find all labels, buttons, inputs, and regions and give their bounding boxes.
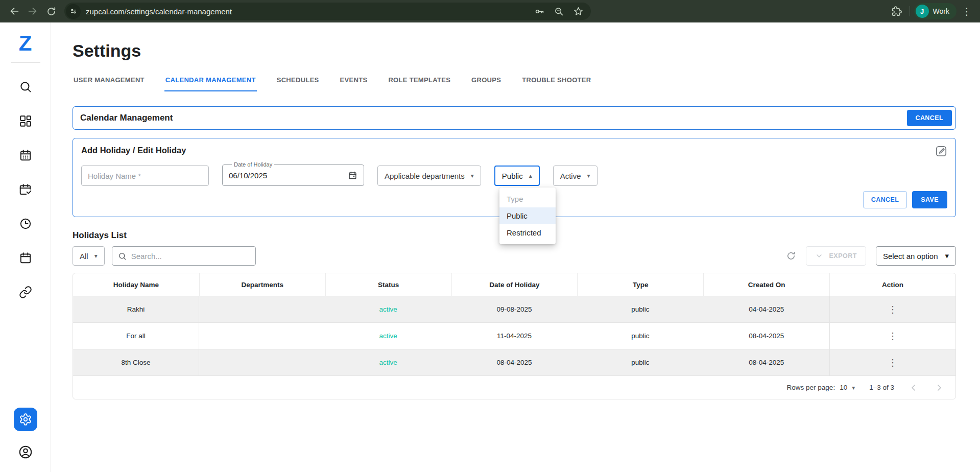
browser-toolbar: zupcal.com/settings/calendar-management …	[0, 0, 980, 22]
rows-per-page-value[interactable]: 10	[840, 384, 847, 391]
holiday-name-cell: Rakhi	[73, 296, 199, 322]
clock-icon[interactable]	[14, 213, 37, 235]
tab-calendar-management[interactable]: CALENDAR MANAGEMENT	[164, 76, 257, 91]
chevron-down-icon	[815, 252, 823, 260]
status-cell: active	[325, 296, 451, 322]
row-actions-kebab-icon[interactable]: ⋮	[884, 329, 901, 343]
status-select-value: Active	[560, 172, 581, 180]
url-bar[interactable]: zupcal.com/settings/calendar-management	[64, 3, 591, 20]
type-option-restricted[interactable]: Restricted	[499, 224, 556, 241]
list-controls: EXPORT Select an option ▾	[786, 246, 956, 266]
table-row: Rakhiactive09-08-2025public04-04-2025⋮	[73, 296, 955, 322]
refresh-icon[interactable]	[786, 251, 796, 261]
created-cell: 08-04-2025	[703, 349, 829, 375]
link-icon[interactable]	[14, 281, 37, 303]
date-of-holiday-field[interactable]: Date of Holiday 06/10/2025	[222, 161, 364, 186]
browser-profile-button[interactable]: J Work	[914, 3, 957, 19]
back-arrow-icon[interactable]	[5, 2, 23, 20]
caret-down-icon[interactable]: ▾	[852, 384, 855, 391]
row-actions-kebab-icon[interactable]: ⋮	[884, 356, 901, 369]
browser-menu-kebab-icon[interactable]: ⋮	[959, 6, 975, 17]
table-header-row: Holiday NameDepartmentsStatusDate of Hol…	[73, 273, 955, 296]
departments-cell	[199, 323, 325, 349]
calendar-alt-icon[interactable]	[14, 247, 37, 269]
forward-arrow-icon[interactable]	[23, 2, 42, 20]
account-circle-icon[interactable]	[18, 444, 33, 460]
holiday-name-cell: 8th Close	[73, 349, 199, 375]
export-label: EXPORT	[829, 252, 856, 259]
status-cell: active	[325, 323, 451, 349]
search-icon[interactable]	[14, 76, 37, 98]
caret-down-icon: ▾	[945, 251, 949, 261]
toolbar-separator	[910, 6, 910, 16]
rows-per-page: Rows per page: 10 ▾	[787, 384, 855, 391]
date-cell: 09-08-2025	[451, 296, 578, 322]
type-dropdown-menu: TypePublicRestricted	[499, 187, 556, 244]
calendar-picker-icon[interactable]	[348, 171, 357, 180]
calendar-check-icon[interactable]	[14, 178, 37, 201]
tab-schedules[interactable]: SCHEDULES	[276, 76, 320, 91]
zoom-out-icon[interactable]	[554, 6, 564, 17]
type-option-placeholder[interactable]: Type	[499, 191, 556, 207]
url-text[interactable]: zupcal.com/settings/calendar-management	[86, 7, 529, 16]
form-cancel-button[interactable]: CANCEL	[863, 191, 907, 208]
extensions-puzzle-icon[interactable]	[888, 3, 905, 20]
sidebar: Z	[0, 22, 51, 472]
pagination-range: 1–3 of 3	[869, 384, 894, 391]
tab-user-management[interactable]: USER MANAGEMENT	[73, 76, 146, 91]
caret-down-icon: ▾	[587, 173, 590, 179]
date-value[interactable]: 06/10/2025	[229, 171, 348, 180]
search-box[interactable]	[112, 246, 256, 266]
column-header: Date of Holiday	[451, 273, 578, 296]
form-save-button[interactable]: SAVE	[912, 191, 947, 208]
app-logo[interactable]: Z	[19, 33, 32, 54]
reload-icon[interactable]	[42, 2, 60, 20]
password-key-icon[interactable]	[534, 6, 545, 17]
row-actions-kebab-icon[interactable]: ⋮	[884, 303, 901, 316]
chevron-left-icon[interactable]	[909, 383, 919, 393]
chevron-right-icon[interactable]	[934, 383, 944, 393]
holidays-table: Holiday NameDepartmentsStatusDate of Hol…	[73, 273, 956, 399]
tab-trouble-shooter[interactable]: TROUBLE SHOOTER	[521, 76, 592, 91]
panel-cancel-button[interactable]: CANCEL	[907, 110, 952, 126]
column-header: Status	[325, 273, 451, 296]
page-title: Settings	[73, 41, 956, 61]
table-pagination: Rows per page: 10 ▾ 1–3 of 3	[73, 375, 955, 399]
tab-role-templates[interactable]: ROLE TEMPLATES	[387, 76, 451, 91]
select-an-option-label: Select an option	[883, 252, 938, 261]
edit-pencil-icon[interactable]	[935, 145, 948, 158]
export-button[interactable]: EXPORT	[806, 246, 866, 266]
bookmark-star-icon[interactable]	[573, 6, 584, 17]
tab-groups[interactable]: GROUPS	[470, 76, 502, 91]
type-option-public[interactable]: Public	[499, 207, 556, 224]
panel-title: Calendar Management	[80, 113, 907, 123]
calendar-icon[interactable]	[14, 144, 37, 167]
select-an-option-dropdown[interactable]: Select an option ▾	[876, 246, 956, 266]
type-cell: public	[577, 296, 703, 322]
applicable-departments-label: Applicable departments	[385, 172, 465, 180]
status-select[interactable]: Active ▾	[553, 166, 597, 186]
created-cell: 08-04-2025	[703, 323, 829, 349]
settings-gear-icon[interactable]	[14, 408, 37, 431]
date-cell: 08-04-2025	[451, 349, 578, 375]
search-input[interactable]	[131, 252, 250, 261]
main-content: Settings USER MANAGEMENTCALENDAR MANAGEM…	[51, 22, 980, 472]
caret-down-icon: ▾	[94, 253, 98, 259]
holiday-name-input[interactable]	[81, 166, 209, 186]
profile-name: Work	[933, 7, 949, 15]
form-title: Add Holiday / Edit Holiday	[81, 146, 947, 155]
tab-events[interactable]: EVENTS	[339, 76, 369, 91]
pager	[909, 383, 944, 393]
dashboard-icon[interactable]	[14, 110, 37, 132]
site-info-tune-icon[interactable]	[66, 4, 81, 19]
type-select[interactable]: Public ▴	[494, 166, 540, 186]
applicable-departments-select[interactable]: Applicable departments ▾	[377, 166, 481, 186]
date-of-holiday-label: Date of Holiday	[232, 161, 274, 168]
avatar: J	[916, 5, 929, 18]
list-filter-row: All ▾ EXPORT Select an option	[73, 246, 956, 266]
calendar-management-panel: Calendar Management CANCEL	[73, 106, 956, 130]
departments-cell	[199, 296, 325, 322]
all-filter-select[interactable]: All ▾	[73, 246, 105, 266]
tabs: USER MANAGEMENTCALENDAR MANAGEMENTSCHEDU…	[73, 76, 956, 91]
column-header: Holiday Name	[73, 273, 199, 296]
